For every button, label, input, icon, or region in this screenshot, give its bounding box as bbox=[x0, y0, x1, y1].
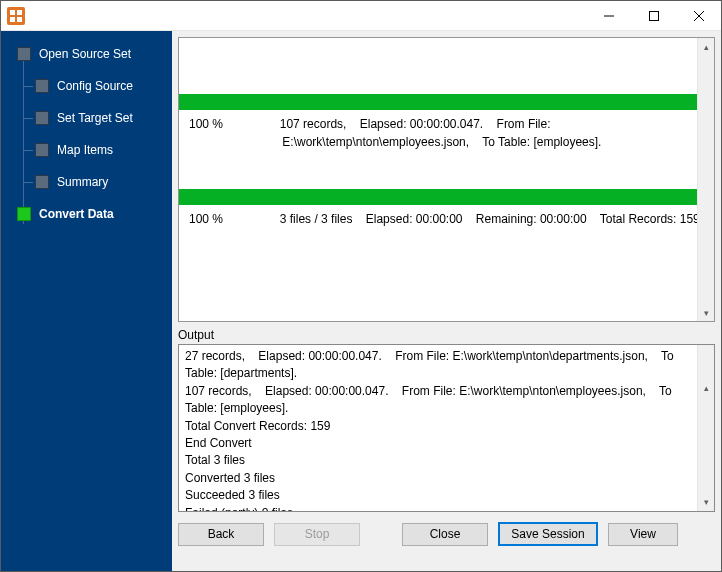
output-text: 27 records, Elapsed: 00:00:00.047. From … bbox=[185, 349, 677, 512]
scroll-down-icon[interactable]: ▾ bbox=[698, 304, 714, 321]
step-summary[interactable]: Summary bbox=[1, 171, 172, 193]
total-progress-bar bbox=[179, 189, 714, 205]
button-row: Back Stop Close Save Session View bbox=[172, 512, 721, 556]
file-progress-text: 100 % 107 records, Elapsed: 00:00:00.047… bbox=[179, 110, 714, 151]
svg-rect-1 bbox=[649, 11, 658, 20]
wizard-sidebar: Open Source Set Config Source Set Target… bbox=[1, 31, 172, 571]
minimize-button[interactable] bbox=[586, 1, 631, 31]
total-progress-text: 100 % 3 files / 3 files Elapsed: 00:00:0… bbox=[179, 205, 714, 228]
step-label: Config Source bbox=[57, 79, 133, 93]
step-label: Summary bbox=[57, 175, 108, 189]
content-panel: 100 % 107 records, Elapsed: 00:00:00.047… bbox=[172, 31, 721, 571]
step-convert-data[interactable]: Convert Data bbox=[1, 203, 172, 225]
view-button[interactable]: View bbox=[608, 523, 678, 546]
titlebar bbox=[1, 1, 721, 31]
step-map-items[interactable]: Map Items bbox=[1, 139, 172, 161]
stop-button: Stop bbox=[274, 523, 360, 546]
scroll-down-icon[interactable]: ▾ bbox=[698, 494, 714, 511]
step-label: Open Source Set bbox=[39, 47, 131, 61]
close-dialog-button[interactable]: Close bbox=[402, 523, 488, 546]
output-textarea[interactable]: 27 records, Elapsed: 00:00:00.047. From … bbox=[178, 344, 715, 512]
step-set-target-set[interactable]: Set Target Set bbox=[1, 107, 172, 129]
step-open-source-set[interactable]: Open Source Set bbox=[1, 43, 172, 65]
output-scrollbar[interactable]: ▴ ▾ bbox=[697, 345, 714, 511]
scroll-up-icon[interactable]: ▴ bbox=[698, 38, 714, 55]
file-progress-bar bbox=[179, 94, 714, 110]
close-button[interactable] bbox=[676, 1, 721, 31]
progress-area: 100 % 107 records, Elapsed: 00:00:00.047… bbox=[178, 37, 715, 322]
save-session-button[interactable]: Save Session bbox=[498, 522, 598, 546]
back-button[interactable]: Back bbox=[178, 523, 264, 546]
step-label: Convert Data bbox=[39, 207, 114, 221]
scroll-up-icon[interactable]: ▴ bbox=[698, 380, 714, 397]
progress-scrollbar[interactable]: ▴ ▾ bbox=[697, 38, 714, 321]
app-icon bbox=[7, 7, 25, 25]
step-config-source[interactable]: Config Source bbox=[1, 75, 172, 97]
step-label: Set Target Set bbox=[57, 111, 133, 125]
maximize-button[interactable] bbox=[631, 1, 676, 31]
step-label: Map Items bbox=[57, 143, 113, 157]
output-label: Output bbox=[178, 328, 715, 342]
